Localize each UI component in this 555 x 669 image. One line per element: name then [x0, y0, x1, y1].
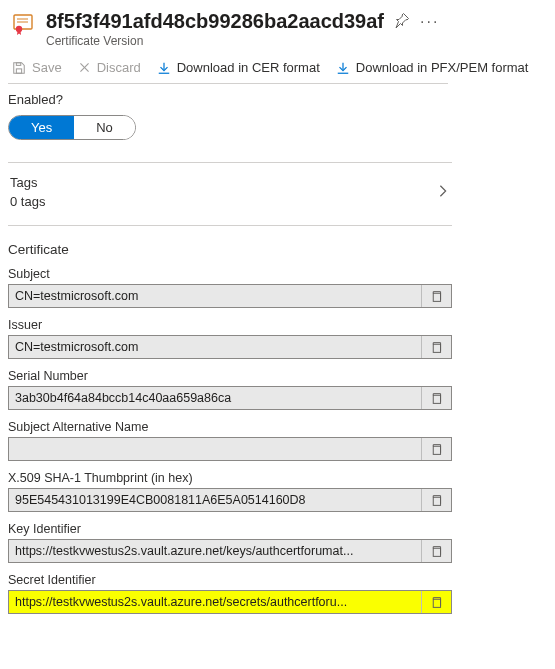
- serial-label: Serial Number: [8, 369, 452, 383]
- secretid-label: Secret Identifier: [8, 573, 452, 587]
- svg-rect-16: [433, 497, 440, 505]
- page-title: 8f5f3f491afd48cb99286ba2aacd39af: [46, 10, 384, 33]
- svg-rect-12: [433, 293, 440, 301]
- svg-rect-18: [433, 599, 440, 607]
- secretid-value: https://testkvwestus2s.vault.azure.net/s…: [9, 595, 421, 609]
- copy-icon[interactable]: [421, 336, 451, 358]
- download-cer-label: Download in CER format: [177, 60, 320, 75]
- discard-button: Discard: [78, 60, 141, 75]
- save-label: Save: [32, 60, 62, 75]
- san-label: Subject Alternative Name: [8, 420, 452, 434]
- download-icon: [336, 61, 350, 75]
- serial-field: 3ab30b4f64a84bccb14c40aa659a86ca: [8, 386, 452, 410]
- copy-icon[interactable]: [421, 540, 451, 562]
- svg-rect-15: [433, 446, 440, 454]
- more-icon[interactable]: ···: [420, 13, 439, 31]
- download-pfx-label: Download in PFX/PEM format: [356, 60, 529, 75]
- download-icon: [157, 61, 171, 75]
- enabled-no[interactable]: No: [74, 116, 135, 139]
- certificate-icon: [12, 10, 36, 39]
- keyid-value: https://testkvwestus2s.vault.azure.net/k…: [9, 544, 421, 558]
- thumbprint-value: 95E545431013199E4CB0081811A6E5A0514160D8: [9, 493, 421, 507]
- certificate-section-title: Certificate: [8, 242, 452, 257]
- download-pfx-button[interactable]: Download in PFX/PEM format: [336, 60, 529, 75]
- issuer-field: CN=testmicrosoft.com: [8, 335, 452, 359]
- thumbprint-field: 95E545431013199E4CB0081811A6E5A0514160D8: [8, 488, 452, 512]
- enabled-toggle[interactable]: Yes No: [8, 115, 136, 140]
- secretid-field: https://testkvwestus2s.vault.azure.net/s…: [8, 590, 452, 614]
- tags-label: Tags: [10, 175, 45, 190]
- svg-rect-17: [433, 548, 440, 556]
- thumbprint-label: X.509 SHA-1 Thumbprint (in hex): [8, 471, 452, 485]
- copy-icon[interactable]: [421, 489, 451, 511]
- save-icon: [12, 61, 26, 75]
- svg-rect-13: [433, 344, 440, 352]
- svg-rect-4: [16, 68, 21, 72]
- discard-icon: [78, 61, 91, 74]
- keyid-field: https://testkvwestus2s.vault.azure.net/k…: [8, 539, 452, 563]
- san-field: [8, 437, 452, 461]
- issuer-value: CN=testmicrosoft.com: [9, 340, 421, 354]
- issuer-label: Issuer: [8, 318, 452, 332]
- page-subtitle: Certificate Version: [46, 34, 543, 48]
- chevron-right-icon: [436, 184, 450, 201]
- subject-field: CN=testmicrosoft.com: [8, 284, 452, 308]
- enabled-yes[interactable]: Yes: [9, 116, 74, 139]
- tags-row[interactable]: Tags 0 tags: [8, 169, 452, 213]
- enabled-label: Enabled?: [8, 92, 452, 107]
- copy-icon[interactable]: [421, 387, 451, 409]
- svg-rect-5: [16, 62, 20, 65]
- tags-count: 0 tags: [10, 194, 45, 209]
- subject-label: Subject: [8, 267, 452, 281]
- copy-icon[interactable]: [421, 438, 451, 460]
- subject-value: CN=testmicrosoft.com: [9, 289, 421, 303]
- download-cer-button[interactable]: Download in CER format: [157, 60, 320, 75]
- keyid-label: Key Identifier: [8, 522, 452, 536]
- serial-value: 3ab30b4f64a84bccb14c40aa659a86ca: [9, 391, 421, 405]
- pin-icon[interactable]: [394, 12, 410, 31]
- copy-icon[interactable]: [421, 591, 451, 613]
- save-button: Save: [12, 60, 62, 75]
- copy-icon[interactable]: [421, 285, 451, 307]
- svg-rect-14: [433, 395, 440, 403]
- discard-label: Discard: [97, 60, 141, 75]
